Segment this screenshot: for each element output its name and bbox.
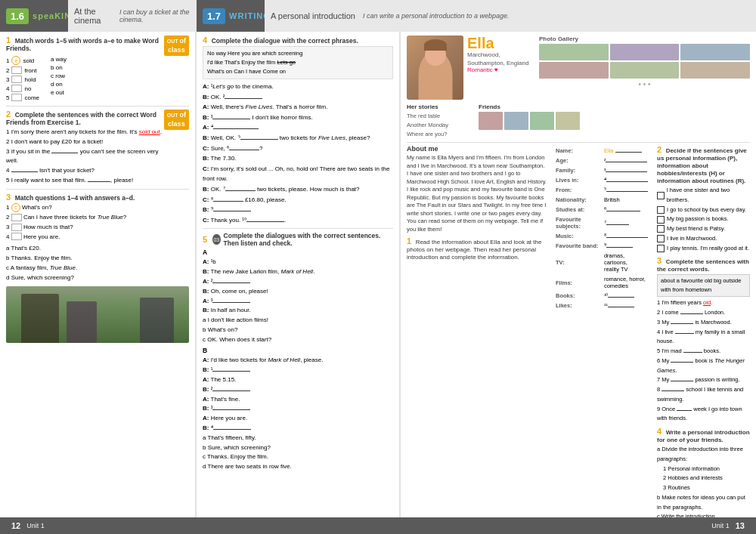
profile-value-tv: dramas, cartoons,reality TV [603,252,649,273]
ex1-row5: 5 come [6,94,39,101]
gallery-thumb-3 [680,44,750,60]
ex5b-l7: A: Here you are. [203,414,393,424]
ex3-circle-c: c [11,203,20,212]
ex3-q1: 1 c What's on? [6,203,189,213]
ex3-blank3 [11,224,22,231]
ex3-blank2 [11,214,22,221]
out-text-2: OUT of [167,111,186,120]
family-blank [606,171,647,172]
ella-name: Ella [467,35,535,51]
cinema-photo [6,286,189,343]
ex5b-l6: B: ³ [203,404,393,414]
exercise2-header: 2 Complete the sentences with the correc… [6,110,189,186]
ex3-blank4 [11,233,22,240]
ex5b-l2: B: ¹ [203,366,393,375]
gallery-thumb-2 [610,44,680,60]
ex5b-blank3 [212,409,250,410]
profile-label-films: Films: [554,275,601,290]
ella-name-underline [615,152,642,153]
her-stories-title: Her stories [407,103,475,110]
phrase10: Come on [263,68,286,75]
profile-value-from: ⁵ [603,186,649,194]
w-ex2-item1: I have one sister and two brothers. [657,186,750,205]
profile-row-age: Age: ² [554,156,649,165]
ex1-rr1: a way [51,56,67,63]
w-ex2-checkbox5 [657,235,665,242]
ex1-rr5: e out [51,89,67,96]
profile-value-nationality: British [603,196,649,204]
ex5a-opt-c: c OK. When does it start? [203,335,393,345]
music-blank [606,237,648,238]
w-ex2-checkbox2 [657,206,665,214]
exercise1-title: Match words 1–5 with words a–e to make W… [6,37,159,52]
ex1-rr3: c row [51,73,67,79]
age-blank [606,162,647,162]
writing-exercise2: 2 Decide if the sentences give us person… [657,145,750,253]
w-ex3-num: 3 [657,256,662,265]
phrase4: I'd like [207,59,225,66]
ex5b-l4: B: ² [203,385,393,395]
ex5a-blank2 [212,282,250,283]
w-ex3-s5: 5 I'm mad books. [657,347,750,357]
ex5b-blank4 [213,429,251,430]
w-ex2-checkbox6 [657,245,665,252]
writing-exercise4: 4 Write a personal introduction for one … [657,427,750,517]
phrase8: What's on [207,68,234,75]
ex1-num: 1 [6,57,9,64]
of-text-1: of [180,37,187,45]
ex1-blank3 [11,76,22,83]
ex4-blank3 [212,119,250,119]
writing-exercise1: 1 Read the information about Ella and lo… [407,236,547,261]
band-blank [606,247,633,248]
studies-blank [606,211,640,211]
w-ex3-blank9 [677,410,692,411]
w-ex4-num: 4 [657,427,662,436]
ex5a-l1: A: ¹b [203,258,393,267]
exercise4-dialogue: A: ¹Let's go to the cinema. B: OK. ² A: … [203,82,393,225]
ella-location2: Southampton, England [467,60,535,66]
profile-value-films: romance, horror,comedies [603,275,649,290]
exercise3-title-row: 3 Match questions 1–4 with answers a–d. [6,193,189,202]
profile-value-likes: ¹¹ [603,301,649,310]
writing-subtitle-area: A personal introduction I can write a pe… [265,0,756,32]
out-of-class-2: OUT of class [164,110,189,130]
her-stories-section: Her stories The red table Another Monday… [407,103,475,139]
ex2-s4: 4 Isn't that your ticket? [6,166,164,176]
exercise3-answers: a That's £20. b Thanks. Enjoy the film. … [6,244,189,282]
w-ex3-blank2 [680,313,703,314]
person1-silhouette [21,294,59,343]
ex1-circle-e: e [11,56,20,65]
profile-value-name: Ella [603,147,649,155]
ex4-line7: C: Sure, ⁶? [203,144,393,154]
exercise5-num: 5 [203,235,207,244]
w-ex2-item6: I play tennis. I'm really good at it. [657,244,750,254]
ex1-num3: 3 [6,76,9,83]
ex3-a3: c A fantasy film, True Blue. [6,264,189,273]
w-ex4-para1: 1 Personal information [663,465,750,474]
exercise4-title-row: 4 Complete the dialogue with the correct… [203,35,393,45]
out-of-class-1: OUT of class [164,35,189,56]
lives-blank [606,181,648,182]
profile-row-from: From: ⁵ [554,186,649,194]
speaking-cando: I can buy a ticket at the cinema. [119,8,191,23]
ex4-blank7 [225,190,256,191]
phrase7: Lets go [277,59,296,66]
exercise3-section: 3 Match questions 1–4 with answers a–d. … [6,193,189,283]
gallery-dots: • • • [539,80,750,88]
ex5b-opt-d: d There are two seats in row five. [203,462,393,472]
w-ex3-blank7 [671,381,693,381]
ex1-row1: 1 e sold [6,56,39,65]
profile-label-subjects: Favourite subjects: [554,215,601,230]
ex4-line1: A: ¹Let's go to the cinema. [203,82,393,92]
friend-photo-4 [556,112,580,130]
profile-row-nationality: Nationality: British [554,196,649,204]
footer-left: 12 Unit 1 [11,521,45,530]
phrase9: Can I have [234,68,262,75]
profile-label-books: Books: [554,292,601,300]
profile-row-books: Books: ¹⁰ [554,292,649,300]
ex4-line6: B: Well, OK. ⁵ two tickets for Five Live… [203,133,393,144]
ex5b-l5: A: That's fine. [203,395,393,405]
friend-photo-2 [504,112,528,130]
ex5b-opt-c: c Thanks. Enjoy the film. [203,452,393,462]
ex4-line3: A: Well, there's Five Lives. That's a ho… [203,102,393,113]
